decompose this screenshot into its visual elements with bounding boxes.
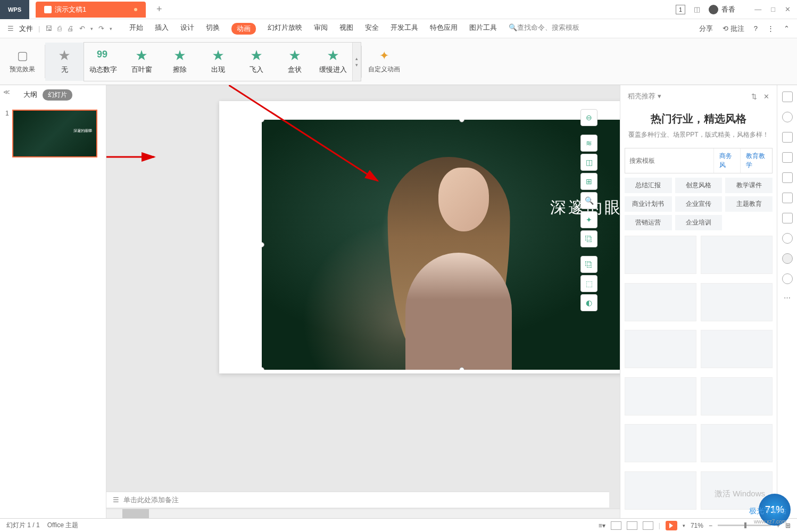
tag-creative[interactable]: 创意风格: [675, 178, 723, 193]
save-icon[interactable]: 🖫: [45, 24, 52, 32]
rail-more-icon[interactable]: ⋯: [784, 294, 791, 302]
layers-icon[interactable]: ≋: [580, 135, 597, 152]
transform-icon[interactable]: ⬚: [580, 275, 597, 292]
rail-audio-icon[interactable]: [782, 233, 793, 244]
tab-animation[interactable]: 动画: [231, 23, 256, 35]
tab-transition[interactable]: 切换: [206, 23, 220, 35]
collapse-panel-button[interactable]: ≪: [0, 85, 13, 99]
qat-dropdown-icon[interactable]: ▾: [110, 26, 112, 31]
tag-summary[interactable]: 总结汇报: [625, 178, 672, 193]
custom-animation-button[interactable]: ✦ 自定义动画: [362, 45, 406, 78]
chip-business[interactable]: 商务风: [713, 148, 740, 173]
rail-text-icon[interactable]: [782, 132, 793, 143]
rail-settings-icon[interactable]: [782, 253, 793, 264]
tag-enterprise[interactable]: 企业宣传: [675, 196, 723, 212]
panel-close-button[interactable]: ✕: [763, 93, 769, 101]
template-search-input[interactable]: [625, 148, 713, 173]
tag-training[interactable]: 企业培训: [675, 215, 723, 230]
horizontal-scrollbar[interactable]: [106, 509, 620, 518]
tab-insert[interactable]: 插入: [155, 23, 169, 35]
template-thumb[interactable]: [701, 330, 773, 368]
handle-bl[interactable]: [262, 367, 264, 370]
selected-image[interactable]: 深邃的眼眸: [262, 120, 620, 370]
sorter-view-button[interactable]: [627, 521, 637, 530]
tag-theme-edu[interactable]: 主题教育: [725, 196, 773, 212]
zoom-value[interactable]: 71%: [691, 522, 703, 529]
play-dropdown[interactable]: ▾: [683, 523, 685, 528]
user-chip[interactable]: 香香: [709, 5, 735, 14]
zoom-out-button[interactable]: −: [709, 522, 712, 529]
tag-business-plan[interactable]: 商业计划书: [625, 196, 672, 212]
redo-icon[interactable]: ↷: [98, 24, 104, 32]
rail-shapes-icon[interactable]: [782, 112, 793, 122]
slides-tab[interactable]: 幻灯片: [43, 89, 72, 101]
rail-outline-icon[interactable]: [782, 193, 793, 203]
tab-special[interactable]: 特色应用: [430, 23, 458, 35]
anim-appear[interactable]: 出现: [199, 43, 237, 81]
effects-icon[interactable]: ✦: [580, 211, 597, 228]
notes-bar[interactable]: ☰ 单击此处添加备注: [106, 492, 609, 508]
template-thumb[interactable]: [625, 424, 696, 462]
collapse-ribbon-button[interactable]: ⌃: [784, 24, 790, 32]
handle-tm[interactable]: [459, 120, 464, 122]
anim-slow-enter[interactable]: 缓慢进入: [314, 43, 352, 81]
maximize-button[interactable]: □: [771, 5, 775, 13]
tab-start[interactable]: 开始: [129, 23, 143, 35]
chip-education[interactable]: 教育教学: [740, 148, 772, 173]
rail-templates-icon[interactable]: [782, 92, 793, 102]
outline-tab[interactable]: 大纲: [23, 90, 37, 99]
template-thumb[interactable]: [701, 236, 773, 274]
undo-dropdown-icon[interactable]: ▾: [90, 26, 93, 31]
copy-icon[interactable]: ⿻: [580, 230, 597, 247]
file-menu[interactable]: 文件: [19, 24, 33, 34]
minimize-button[interactable]: —: [754, 5, 761, 13]
anim-wipe[interactable]: 擦除: [161, 43, 199, 81]
slide-thumb-1[interactable]: 1: [5, 110, 101, 157]
tab-slideshow[interactable]: 幻灯片放映: [268, 23, 302, 35]
anim-box[interactable]: 盒状: [276, 43, 314, 81]
share-button[interactable]: 分享: [699, 24, 713, 34]
tab-devtools[interactable]: 开发工具: [391, 23, 418, 35]
slideshow-button[interactable]: [666, 521, 677, 530]
group-icon[interactable]: ⿻: [580, 256, 597, 273]
template-thumb[interactable]: [625, 377, 696, 415]
help-button[interactable]: ?: [754, 24, 758, 32]
notification-badge[interactable]: 1: [676, 5, 685, 14]
print-icon[interactable]: ⎙: [57, 24, 62, 32]
handle-ml[interactable]: [262, 242, 264, 247]
rail-chart-icon[interactable]: [782, 172, 793, 183]
tab-review[interactable]: 审阅: [314, 23, 328, 35]
grid-icon[interactable]: ⊞: [580, 173, 597, 190]
batch-annotate-button[interactable]: ⟲ 批注: [723, 24, 744, 34]
template-thumb[interactable]: [625, 471, 696, 510]
normal-view-button[interactable]: [611, 521, 621, 530]
slide-canvas[interactable]: 深邃的眼眸 ⊖ ≋ ◫: [106, 85, 620, 518]
notes-toggle[interactable]: ≡▾: [599, 522, 605, 529]
panel-title[interactable]: 稻壳推荐 ▾: [628, 92, 661, 101]
filter-icon[interactable]: ◐: [580, 294, 597, 311]
new-tab-button[interactable]: +: [151, 2, 167, 18]
panel-sort-icon[interactable]: ⇅: [751, 93, 757, 101]
tab-view[interactable]: 视图: [339, 23, 353, 35]
menu-icon[interactable]: ☰: [7, 24, 14, 32]
undo-icon[interactable]: ↶: [79, 24, 85, 32]
template-thumb[interactable]: [701, 424, 773, 462]
reading-view-button[interactable]: [643, 521, 653, 530]
template-thumb[interactable]: [625, 283, 696, 321]
preview-button[interactable]: ▢ 预览效果: [0, 45, 45, 78]
template-thumb[interactable]: [701, 377, 773, 415]
zoom-icon[interactable]: 🔍: [580, 192, 597, 209]
tab-security[interactable]: 安全: [365, 23, 379, 35]
search-commands[interactable]: 🔍查找命令、搜索模板: [509, 23, 579, 35]
anim-blinds[interactable]: 百叶窗: [122, 43, 161, 81]
anim-none[interactable]: 无: [45, 43, 84, 81]
tag-teaching[interactable]: 教学课件: [725, 178, 773, 193]
rail-props-icon[interactable]: [782, 152, 793, 163]
template-thumb[interactable]: [701, 283, 773, 321]
zoom-slider[interactable]: [718, 525, 771, 526]
rail-history-icon[interactable]: [782, 273, 793, 284]
close-button[interactable]: ✕: [785, 5, 791, 13]
template-thumb[interactable]: [625, 330, 696, 368]
handle-tl[interactable]: [262, 120, 264, 122]
template-thumb[interactable]: [625, 236, 696, 274]
